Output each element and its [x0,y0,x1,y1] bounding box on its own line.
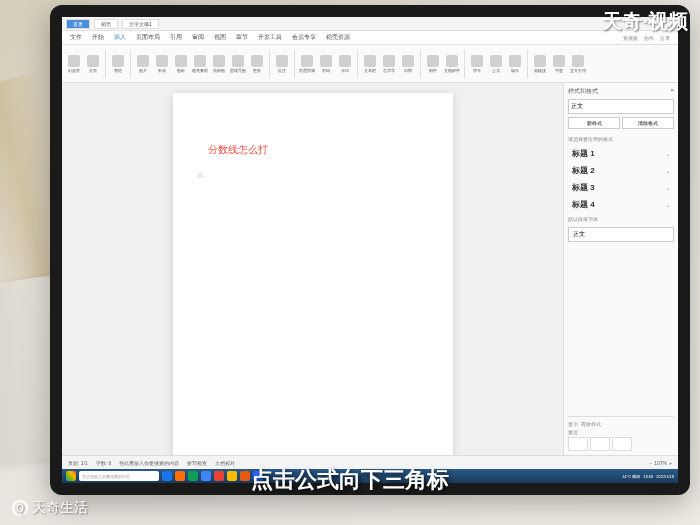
menu-reference[interactable]: 引用 [170,33,182,42]
chevron-down-icon[interactable]: ⌄ [666,151,670,157]
ribbon-wordart[interactable]: 艺术字 [381,47,397,81]
workspace: 分数线怎么打 B- 样式和格式 × 正文 新样式 清除格式 请选择要应用的格式 … [62,83,678,455]
cursor-position: B- [198,172,418,179]
recent-thumb[interactable] [568,437,588,451]
document-page[interactable]: 分数线怎么打 B- [173,93,453,455]
styles-panel: 样式和格式 × 正文 新样式 清除格式 请选择要应用的格式 标题 1⌄ 标题 2… [563,83,678,455]
watermark-bottom-left: Q 天奇生活 [12,499,88,517]
ribbon-header-footer[interactable]: 页眉页脚 [299,47,315,81]
taskbar-app-icon[interactable] [188,471,198,481]
ribbon-icon[interactable]: 图标 [173,47,189,81]
ribbon-cover[interactable]: 封面页 [66,47,82,81]
ribbon-pagebreak[interactable]: 分页 [85,47,101,81]
zoom-out-icon[interactable]: − [649,460,652,466]
menu-resources[interactable]: 稻壳资源 [326,33,350,42]
taskbar-time[interactable]: 13:50 [643,474,653,479]
menu-collab[interactable]: 协作 [644,35,654,41]
default-font-label: 默认段落字体 [568,216,674,222]
style-heading-4[interactable]: 标题 4⌄ [568,196,674,213]
new-style-button[interactable]: 新样式 [568,117,620,129]
watermark-top-right: 天奇·视频 [602,8,688,35]
ribbon-table[interactable]: 表格 [110,47,126,81]
ribbon-shape[interactable]: 形状 [154,47,170,81]
taskbar-weather[interactable]: 14°C 晴朗 [622,474,640,479]
recent-thumb[interactable] [590,437,610,451]
start-button[interactable] [66,471,76,481]
status-spellcheck[interactable]: 拼写检查 [187,460,207,466]
video-subtitle: 点击公式向下三角标 [251,465,449,495]
menu-layout[interactable]: 页面布局 [136,33,160,42]
status-words: 字数: 6 [96,460,112,466]
taskbar-search[interactable]: 在这里输入你要搜索的内容 [79,471,159,481]
ribbon-material[interactable]: 稻壳素材 [192,47,208,81]
recent-label: 最近 [568,429,674,435]
panel-title: 样式和格式 [568,87,598,96]
taskbar-app-icon[interactable] [240,471,250,481]
ribbon-formula[interactable]: 公式 [488,47,504,81]
menu-share[interactable]: 分享 [660,35,670,41]
current-style-select[interactable]: 正文 [568,99,674,114]
menu-file[interactable]: 文件 [70,33,82,42]
menu-insert[interactable]: 插入 [114,33,126,42]
panel-close-icon[interactable]: × [670,87,674,96]
zoom-value: 107% [654,460,667,466]
tab-home[interactable]: 首页 [66,19,90,29]
chevron-down-icon[interactable]: ⌄ [666,185,670,191]
status-input-hint[interactable]: 在此里输入你要搜索的内容 [119,460,179,466]
menu-bar: 文件 开始 插入 页面布局 引用 审阅 视图 章节 开发工具 会员专享 稻壳资源… [62,31,678,45]
ribbon-comment[interactable]: 批注 [274,47,290,81]
document-area[interactable]: 分数线怎么打 B- [62,83,563,455]
zoom-control[interactable]: − 107% + [649,460,672,466]
menu-chapter[interactable]: 章节 [236,33,248,42]
window-titlebar: 首页 稻壳 文字文稿1 [62,17,678,31]
taskbar-app-icon[interactable] [214,471,224,481]
tab-docer[interactable]: 稻壳 [94,19,118,29]
ribbon-attachment[interactable]: 附件 [425,47,441,81]
tab-document[interactable]: 文字文稿1 [122,19,159,29]
ribbon-more[interactable]: 更多 [249,47,265,81]
ribbon-bookmark[interactable]: 书签 [551,47,567,81]
menu-template[interactable]: 查模板 [623,35,638,41]
ribbon-textbox[interactable]: 文本框 [362,47,378,81]
styles-section-label: 请选择要应用的格式 [568,136,674,142]
style-heading-1[interactable]: 标题 1⌄ [568,145,674,162]
menu-devtools[interactable]: 开发工具 [258,33,282,42]
ribbon-hyperlink[interactable]: 超链接 [532,47,548,81]
menu-review[interactable]: 审阅 [192,33,204,42]
chevron-down-icon[interactable]: ⌄ [666,168,670,174]
chevron-down-icon[interactable]: ⌄ [666,202,670,208]
ribbon-image[interactable]: 图片 [135,47,151,81]
logo-icon: Q [12,500,28,516]
taskbar-app-icon[interactable] [162,471,172,481]
show-filter-label: 显示: 有效样式 [568,421,674,427]
screen: 首页 稻壳 文字文稿1 文件 开始 插入 页面布局 引用 审阅 视图 章节 开发… [62,17,678,483]
clear-format-button[interactable]: 清除格式 [622,117,674,129]
ribbon-mindmap[interactable]: 思维导图 [230,47,246,81]
menu-start[interactable]: 开始 [92,33,104,42]
taskbar-app-icon[interactable] [175,471,185,481]
body-style-box[interactable]: 正文 [568,227,674,242]
style-heading-2[interactable]: 标题 2⌄ [568,162,674,179]
taskbar-app-icon[interactable] [227,471,237,481]
ribbon-pagenum[interactable]: 页码 [318,47,334,81]
ribbon-number[interactable]: 编号 [507,47,523,81]
menu-view[interactable]: 视图 [214,33,226,42]
ribbon-watermark[interactable]: 水印 [337,47,353,81]
ribbon-toolbar: 封面页 分页 表格 图片 形状 图标 稻壳素材 流程图 思维导图 更多 批注 页… [62,45,678,83]
ribbon-flowchart[interactable]: 流程图 [211,47,227,81]
menu-member[interactable]: 会员专享 [292,33,316,42]
document-text[interactable]: 分数线怎么打 [208,143,418,157]
ribbon-docparts[interactable]: 文档部件 [444,47,460,81]
status-doccheck[interactable]: 文档校对 [215,460,235,466]
recent-thumb[interactable] [612,437,632,451]
zoom-in-icon[interactable]: + [669,460,672,466]
laptop-frame: 首页 稻壳 文字文稿1 文件 开始 插入 页面布局 引用 审阅 视图 章节 开发… [50,5,690,495]
ribbon-symbol[interactable]: 符号 [469,47,485,81]
style-heading-3[interactable]: 标题 3⌄ [568,179,674,196]
taskbar-date[interactable]: 2022/1/18 [656,474,674,479]
ribbon-date[interactable]: 日期 [400,47,416,81]
taskbar-app-icon[interactable] [201,471,211,481]
ribbon-crossref[interactable]: 交叉引用 [570,47,586,81]
status-page: 页面: 1/1 [68,460,88,466]
